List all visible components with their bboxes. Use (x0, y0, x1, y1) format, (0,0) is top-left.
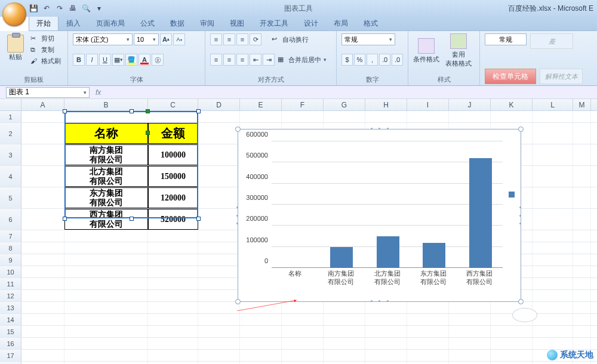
table-cell[interactable]: 520000 (148, 209, 198, 230)
paste-button[interactable]: 粘贴 (5, 33, 26, 61)
tab-data[interactable]: 数据 (162, 16, 192, 30)
selection-handle[interactable] (130, 109, 134, 113)
office-button[interactable] (2, 2, 26, 26)
qat-save-icon[interactable]: 💾 (29, 4, 38, 13)
tab-layout[interactable]: 布局 (326, 16, 356, 30)
format-painter-button[interactable]: 🖌格式刷 (29, 56, 63, 66)
row-header[interactable]: 9 (0, 254, 21, 266)
row-header[interactable]: 17 (0, 350, 21, 361)
chart-resize-handle[interactable] (235, 299, 241, 304)
row-header[interactable]: 3 (0, 144, 21, 165)
row-header[interactable]: 16 (0, 338, 21, 349)
decrease-decimal-button[interactable]: .0 (392, 54, 403, 66)
phonetic-button[interactable]: ㉆ (152, 54, 164, 66)
table-header-amount[interactable]: 金额 (148, 123, 198, 144)
align-right-button[interactable]: ≡ (236, 54, 248, 66)
row-header[interactable]: 12 (0, 290, 21, 301)
chart-resize-handle[interactable] (235, 127, 241, 132)
tab-developer[interactable]: 开发工具 (252, 16, 296, 30)
bold-button[interactable]: B (73, 54, 85, 66)
row-header[interactable]: 6 (0, 209, 21, 230)
col-header[interactable]: B (64, 99, 148, 110)
chart-resize-handle[interactable] (518, 127, 524, 132)
chart-bar[interactable] (469, 158, 492, 268)
chart-resize-handle[interactable] (518, 299, 524, 304)
row-header[interactable]: 13 (0, 302, 21, 313)
wrap-text-button[interactable]: ↩自动换行 (270, 33, 310, 45)
col-header[interactable]: I (407, 99, 449, 110)
font-color-button[interactable]: A (139, 54, 150, 66)
row-header[interactable]: 5 (0, 187, 21, 208)
qat-dropdown-icon[interactable]: ▾ (94, 4, 104, 13)
number-format-select[interactable]: 常规▾ (341, 33, 395, 45)
embedded-chart[interactable]: 0 100000 200000 300000 400000 500000 600… (238, 129, 521, 302)
selection-handle[interactable] (130, 217, 134, 221)
tab-review[interactable]: 审阅 (192, 16, 222, 30)
col-header[interactable]: K (491, 99, 533, 110)
table-header-name[interactable]: 名称 (64, 123, 148, 144)
percent-button[interactable]: % (354, 54, 365, 66)
name-box[interactable]: 图表 1▾ (6, 87, 90, 98)
align-middle-button[interactable]: ≡ (223, 33, 235, 45)
col-header[interactable]: G (324, 99, 365, 110)
col-header[interactable]: H (365, 99, 407, 110)
table-cell[interactable]: 北方集团 有限公司 (64, 166, 148, 187)
selection-handle[interactable] (196, 217, 201, 221)
qat-print-icon[interactable]: 🖶 (68, 4, 78, 13)
orientation-button[interactable]: ⟳ (250, 33, 261, 45)
table-cell[interactable]: 120000 (148, 187, 198, 208)
font-name-select[interactable]: 宋体 (正文)▾ (73, 33, 133, 45)
col-header[interactable]: J (449, 99, 491, 110)
tab-insert[interactable]: 插入 (59, 16, 88, 30)
increase-indent-button[interactable]: ⇥ (263, 54, 275, 66)
fx-icon[interactable]: fx (96, 88, 101, 97)
tab-formulas[interactable]: 公式 (133, 16, 162, 30)
align-left-button[interactable]: ≡ (210, 54, 222, 66)
italic-button[interactable]: I (86, 54, 98, 66)
tab-page-layout[interactable]: 页面布局 (88, 16, 133, 30)
qat-redo-icon[interactable]: ↷ (55, 4, 64, 13)
selection-handle[interactable] (63, 217, 67, 221)
cell-style-explain[interactable]: 解释性文本 (540, 69, 583, 84)
row-header[interactable]: 11 (0, 278, 21, 289)
col-header[interactable]: L (533, 99, 573, 110)
col-header[interactable]: A (21, 99, 64, 110)
row-header[interactable]: 1 (0, 111, 21, 122)
formula-bar[interactable] (104, 87, 597, 98)
cell-style-normal[interactable]: 常规 (485, 33, 527, 45)
align-top-button[interactable]: ≡ (210, 33, 222, 45)
merge-center-button[interactable]: ▦合并后居中▾ (276, 54, 328, 66)
cell-style-bad[interactable]: 差 (530, 33, 573, 49)
col-header[interactable]: D (198, 99, 240, 110)
row-header[interactable]: 10 (0, 266, 21, 277)
border-button[interactable]: ▦▾ (112, 54, 124, 66)
col-header[interactable]: F (282, 99, 324, 110)
table-cell[interactable]: 100000 (148, 144, 198, 165)
row-header[interactable]: 2 (0, 123, 21, 144)
table-cell[interactable]: 东方集团 有限公司 (64, 187, 148, 208)
col-header[interactable]: M (573, 99, 591, 110)
col-header[interactable]: C (148, 99, 198, 110)
spreadsheet-grid[interactable]: A B C D E F G H I J K L M 1 2名称金额 3南方集团 … (0, 99, 597, 364)
shrink-font-button[interactable]: A▾ (173, 33, 185, 45)
cut-button[interactable]: ✂剪切 (29, 33, 63, 44)
selection-handle[interactable] (146, 109, 150, 113)
format-as-table-button[interactable]: 套用 表格格式 (445, 33, 472, 68)
chart-bar[interactable] (377, 236, 399, 268)
row-header[interactable]: 14 (0, 314, 21, 325)
increase-decimal-button[interactable]: .0 (379, 54, 390, 66)
selection-handle[interactable] (63, 109, 67, 113)
row-header[interactable]: 7 (0, 230, 21, 242)
tab-format[interactable]: 格式 (356, 16, 386, 30)
grow-font-button[interactable]: A▴ (160, 33, 172, 45)
row-header[interactable]: 18 (0, 362, 21, 364)
table-cell[interactable]: 西方集团 有限公司 (64, 209, 148, 230)
row-header[interactable]: 4 (0, 166, 21, 187)
row-header[interactable]: 8 (0, 242, 21, 254)
conditional-formatting-button[interactable]: 条件格式 (413, 38, 439, 64)
cell-style-check[interactable]: 检查单元格 (485, 69, 536, 84)
fill-color-button[interactable]: 🪣 (125, 54, 137, 66)
decrease-indent-button[interactable]: ⇤ (250, 54, 261, 66)
copy-button[interactable]: ⧉复制 (29, 45, 63, 55)
currency-button[interactable]: $ (341, 54, 353, 66)
